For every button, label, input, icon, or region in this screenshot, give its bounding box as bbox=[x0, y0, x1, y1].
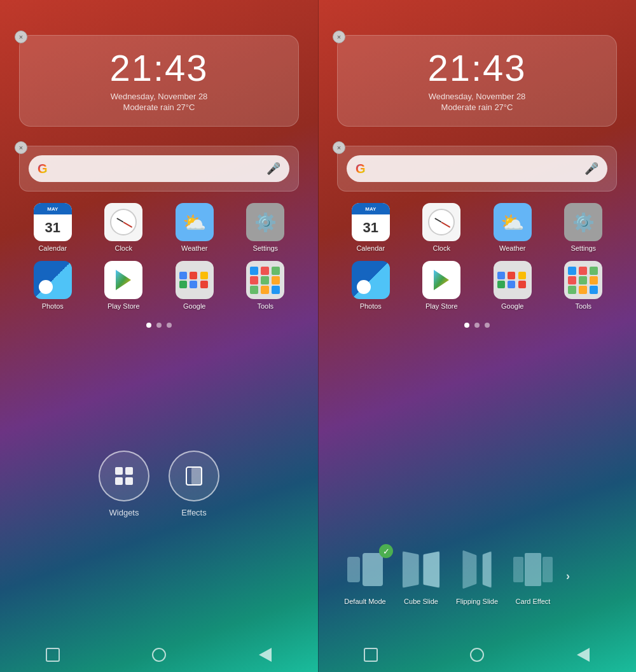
right-app-tools[interactable]: Tools bbox=[550, 261, 618, 310]
right-photos-icon bbox=[352, 261, 390, 299]
right-dot-1[interactable] bbox=[464, 323, 469, 328]
cube-shape-icon bbox=[396, 547, 446, 592]
right-google-cell-1 bbox=[497, 272, 505, 279]
google-cell-2 bbox=[190, 272, 197, 279]
tool-7 bbox=[250, 286, 258, 294]
effect-default-label: Default Mode bbox=[344, 598, 385, 605]
google-grid bbox=[179, 272, 210, 288]
right-tool-2 bbox=[579, 267, 587, 275]
right-app-google[interactable]: Google bbox=[479, 261, 546, 310]
right-clock-close-btn[interactable]: × bbox=[333, 31, 345, 43]
widgets-svg-icon bbox=[113, 465, 135, 487]
right-search-close-btn[interactable]: × bbox=[333, 141, 345, 154]
left-dot-3[interactable] bbox=[167, 323, 172, 328]
tool-4 bbox=[250, 276, 258, 284]
right-photos-label: Photos bbox=[360, 302, 382, 310]
left-clock-close-btn[interactable]: × bbox=[15, 31, 27, 43]
svg-rect-3 bbox=[115, 477, 123, 485]
left-clock-weather: Moderate rain 27°C bbox=[32, 102, 286, 112]
left-app-playstore[interactable]: Play Store bbox=[90, 261, 158, 310]
right-app-settings[interactable]: ⚙️ Settings bbox=[550, 203, 618, 252]
right-playstore-svg bbox=[430, 269, 453, 291]
right-effects-bottom: ✓ Default Mode bbox=[337, 328, 617, 672]
effect-card[interactable]: Card Effect bbox=[508, 547, 558, 605]
right-page-dots bbox=[337, 323, 617, 328]
photos-dot bbox=[39, 280, 53, 294]
right-app-playstore[interactable]: Play Store bbox=[408, 261, 476, 310]
right-dot-3[interactable] bbox=[485, 323, 490, 328]
calendar-icon: MAY 31 bbox=[34, 203, 72, 241]
left-clock-time: 21:43 bbox=[32, 50, 286, 87]
left-search-bar[interactable]: G 🎤 bbox=[29, 155, 289, 182]
left-app-clock[interactable]: Clock bbox=[90, 203, 158, 252]
right-tool-3 bbox=[590, 267, 598, 275]
left-app-google[interactable]: Google bbox=[161, 261, 228, 310]
right-app-calendar[interactable]: MAY 31 Calendar bbox=[337, 203, 404, 252]
left-app-grid: MAY 31 Calendar Clock ⛅ Weather bbox=[19, 203, 299, 310]
right-tool-4 bbox=[568, 276, 576, 284]
left-app-photos[interactable]: Photos bbox=[19, 261, 86, 310]
right-google-icon bbox=[494, 261, 532, 299]
right-tools-grid bbox=[568, 267, 598, 294]
right-clock-widget: × 21:43 Wednesday, November 28 Moderate … bbox=[337, 35, 617, 127]
right-tool-5 bbox=[579, 276, 587, 284]
svg-rect-2 bbox=[125, 467, 133, 475]
clock-label: Clock bbox=[114, 244, 132, 252]
right-calendar-label: Calendar bbox=[356, 244, 385, 252]
right-dot-2[interactable] bbox=[474, 323, 480, 328]
tool-3 bbox=[272, 267, 280, 275]
google-cell-1 bbox=[179, 272, 187, 279]
playstore-label: Play Store bbox=[107, 302, 140, 310]
right-playstore-icon bbox=[422, 261, 460, 299]
calendar-label: Calendar bbox=[38, 244, 67, 252]
effects-row: ✓ Default Mode bbox=[337, 547, 617, 605]
effects-label: Effects bbox=[181, 508, 207, 517]
cal-body: 31 bbox=[45, 214, 60, 241]
right-google-cell-4 bbox=[497, 281, 505, 288]
settings-icon: ⚙️ bbox=[246, 203, 284, 241]
right-app-grid: MAY 31 Calendar Clock ⛅ Weather bbox=[337, 203, 617, 310]
effects-button[interactable]: Effects bbox=[169, 451, 219, 517]
playstore-svg bbox=[112, 269, 135, 291]
effects-icon-circle bbox=[169, 451, 219, 501]
left-dot-1[interactable] bbox=[146, 323, 151, 328]
right-google-cell-5 bbox=[508, 281, 515, 288]
effect-default[interactable]: ✓ Default Mode bbox=[340, 547, 391, 605]
left-dot-2[interactable] bbox=[156, 323, 162, 328]
panel-divider bbox=[318, 0, 319, 672]
right-app-clock[interactable]: Clock bbox=[408, 203, 476, 252]
photos-inner bbox=[34, 261, 72, 299]
left-app-settings[interactable]: ⚙️ Settings bbox=[232, 203, 300, 252]
nav-spacer-right bbox=[337, 605, 617, 640]
tool-8 bbox=[261, 286, 269, 294]
left-search-close-btn[interactable]: × bbox=[15, 141, 27, 154]
right-search-bar[interactable]: G 🎤 bbox=[347, 155, 607, 182]
right-tool-6 bbox=[590, 276, 598, 284]
google-g-icon: G bbox=[38, 162, 48, 176]
right-google-cell-3 bbox=[518, 272, 526, 279]
weather-icon: ⛅ bbox=[176, 203, 214, 241]
effect-flip[interactable]: Flipping Slide bbox=[452, 547, 502, 605]
effects-more-arrow[interactable]: › bbox=[566, 570, 570, 583]
right-cal-body: 31 bbox=[363, 214, 378, 241]
right-clock-date: Wednesday, November 28 bbox=[350, 92, 604, 101]
left-bottom-section: Widgets Effects bbox=[19, 328, 299, 672]
right-weather-label: Weather bbox=[499, 244, 525, 252]
effect-cube[interactable]: Cube Slide bbox=[396, 547, 446, 605]
left-search-widget: × G 🎤 bbox=[19, 146, 299, 192]
right-settings-label: Settings bbox=[570, 244, 596, 252]
card-page-main bbox=[525, 553, 541, 586]
right-panel-content: × 21:43 Wednesday, November 28 Moderate … bbox=[318, 0, 636, 672]
left-app-weather[interactable]: ⛅ Weather bbox=[161, 203, 228, 252]
widgets-icon-circle bbox=[99, 451, 149, 501]
effect-default-check: ✓ bbox=[379, 544, 393, 558]
settings-label: Settings bbox=[252, 244, 278, 252]
widgets-button[interactable]: Widgets bbox=[99, 451, 149, 517]
left-app-tools[interactable]: Tools bbox=[232, 261, 300, 310]
right-app-photos[interactable]: Photos bbox=[337, 261, 404, 310]
left-app-calendar[interactable]: MAY 31 Calendar bbox=[19, 203, 86, 252]
right-app-weather[interactable]: ⛅ Weather bbox=[479, 203, 546, 252]
right-clock-label: Clock bbox=[432, 244, 450, 252]
tool-6 bbox=[272, 276, 280, 284]
google-icon bbox=[176, 261, 214, 299]
